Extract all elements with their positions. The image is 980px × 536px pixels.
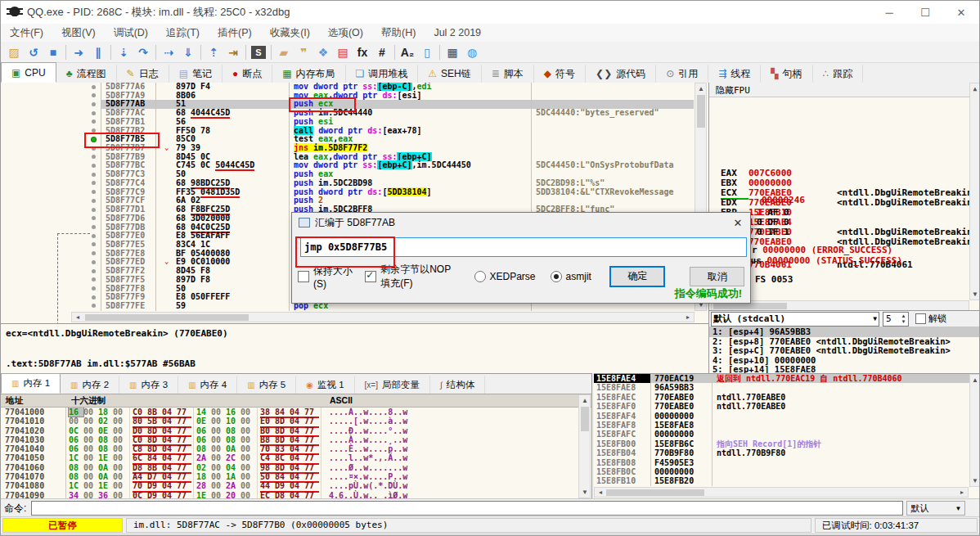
tab-引用[interactable]: ⊙引用 (656, 65, 708, 83)
keep-size-checkbox[interactable] (298, 271, 309, 282)
dump-address[interactable]: 77041060 (1, 463, 66, 472)
tab-跟踪[interactable]: ∴跟踪 (813, 65, 864, 83)
row-dot-icon[interactable] (92, 269, 96, 273)
tab-线程[interactable]: ⇶线程 (708, 65, 761, 83)
tab-局部变量[interactable]: [x=]局部变量 (355, 376, 430, 394)
stack-value[interactable]: 770EABE0 (650, 393, 712, 402)
row-dot-icon[interactable] (92, 286, 96, 291)
dump-row[interactable]: 7704106008000A00D88B047702000400988D0477… (1, 463, 591, 472)
tab-句柄[interactable]: ▚句柄 (761, 65, 812, 83)
tab-符号[interactable]: ◆符号 (534, 65, 586, 83)
tab-内存 5[interactable]: ▥内存 5 (237, 376, 296, 394)
stack-pane[interactable]: 15E8FAE4770EAC19返回到 ntdll.770EAC19 自 ntd… (594, 373, 980, 498)
step-down-icon[interactable]: ⇓ (178, 43, 198, 61)
disasm-address[interactable]: 5D8F77F5 (101, 276, 156, 285)
tab-源代码[interactable]: ❮❯源代码 (586, 65, 656, 83)
stack-vscrollbar[interactable]: ▲ ▼ (969, 374, 980, 487)
dump-address[interactable]: 77041010 (1, 417, 66, 426)
stack-row[interactable]: 15E8FAE896A59BB3 (594, 383, 980, 392)
tab-内存 1[interactable]: ▥内存 1 (1, 373, 61, 394)
row-dot-icon[interactable] (92, 173, 96, 177)
tab-脚本[interactable]: ≣脚本 (482, 65, 534, 83)
stack-value[interactable]: 00000000 (650, 467, 712, 476)
dump-row[interactable]: 7704103006000800C08D047706000800B88D0477… (1, 435, 591, 444)
row-dot-icon[interactable] (92, 251, 96, 255)
restart-icon[interactable]: ↺ (24, 43, 43, 61)
xedparse-radio[interactable] (474, 271, 486, 282)
dump-address[interactable]: 77041040 (1, 444, 66, 453)
stack-row[interactable]: 15E8FAFC00000000 (594, 430, 980, 439)
tab-调用堆栈[interactable]: ❏调用堆栈 (346, 65, 419, 83)
ordinal-icon[interactable]: # (372, 43, 392, 61)
stack-value[interactable]: 15E8FB6C (650, 439, 712, 448)
stack-row[interactable]: 15E8FB1015E8FB20 (594, 476, 980, 485)
stack-value[interactable]: 770B9F80 (650, 448, 712, 457)
bookmark-icon[interactable]: ▤ (333, 43, 353, 61)
argument-row[interactable]: 3: [esp+C] 770EABE0 <ntdll.DbgUiRemoteBr… (709, 346, 980, 356)
arg-count-stepper[interactable]: 5▲▼ (883, 312, 909, 327)
unlock-checkbox[interactable] (915, 313, 926, 324)
stack-value[interactable]: 15E8FAE8 (650, 421, 712, 430)
tab-监视 1[interactable]: ◉监视 1 (296, 376, 354, 394)
stack-address[interactable]: 15E8FB00 (594, 439, 650, 448)
row-dot-icon[interactable] (92, 190, 96, 194)
tab-CPU[interactable]: ▣CPU (1, 62, 56, 83)
row-dot-icon[interactable] (92, 181, 96, 185)
step-out-icon[interactable]: ⇡ (204, 43, 223, 61)
dump-address[interactable]: 77041020 (1, 426, 66, 435)
ok-button[interactable]: 确定 (609, 266, 666, 287)
tab-SEH链[interactable]: ⚠SEH链 (418, 65, 481, 83)
stack-address[interactable]: 15E8FB0C (594, 467, 650, 476)
dump-row[interactable]: 770410501C001E006C8404772A002C00C48C0477… (1, 453, 591, 462)
stack-address[interactable]: 15E8FB04 (594, 448, 650, 457)
step-into-icon[interactable]: ⇣ (114, 43, 133, 61)
row-dot-icon[interactable] (92, 199, 96, 203)
row-dot-icon[interactable] (92, 295, 96, 300)
stack-row[interactable]: 15E8FAEC770EABE0ntdll.770EABE0 (594, 393, 980, 402)
stack-hscrollbar[interactable]: ◂ ▸ (594, 487, 969, 498)
stack-address[interactable]: 15E8FAE8 (594, 383, 650, 392)
stack-value[interactable]: F45905E3 (650, 458, 712, 467)
modules-icon[interactable]: ▯ (417, 43, 437, 61)
tab-流程图[interactable]: ♣流程图 (56, 65, 117, 83)
calling-convention-dropdown[interactable]: 默认 (stdcall)▼ (711, 312, 879, 327)
menu-item[interactable]: 选项(O) (319, 26, 372, 40)
stack-row[interactable]: 15E8FAF0770EABE0ntdll.770EABE0 (594, 402, 980, 411)
dump-row[interactable]: 770410801C001E0070D9047728002A0044D90477… (1, 481, 591, 490)
argument-row[interactable]: 2: [esp+8] 770EABE0 <ntdll.DbgUiRemoteBr… (709, 337, 980, 347)
command-input[interactable] (31, 501, 903, 516)
memory-dump-pane[interactable]: ▥内存 1▥内存 2▥内存 3▥内存 4▥内存 5◉监视 1[x=]局部变量∫结… (1, 373, 592, 498)
preferences-globe-icon[interactable]: ◍ (462, 43, 482, 61)
menu-item[interactable]: 视图(V) (52, 26, 105, 40)
cancel-button[interactable]: 取消 (690, 267, 744, 286)
menu-item[interactable]: 调试(D) (105, 26, 157, 40)
maximize-button[interactable]: ☐ (907, 2, 943, 24)
fill-nop-checkbox[interactable] (365, 271, 376, 282)
assemble-instruction-input[interactable] (300, 237, 747, 257)
dump-address[interactable]: 77041050 (1, 453, 66, 462)
stack-value[interactable]: 00000000 (650, 412, 712, 421)
tab-断点[interactable]: ●断点 (223, 65, 272, 83)
row-dot-icon[interactable] (92, 93, 96, 97)
row-dot-icon[interactable] (92, 277, 96, 282)
dump-address[interactable]: 77041030 (1, 435, 66, 444)
disasm-address[interactable]: 5D8F77B1 (101, 118, 156, 127)
stack-address[interactable]: 15E8FAF4 (594, 412, 650, 421)
row-dot-icon[interactable] (92, 111, 96, 115)
calculator-icon[interactable]: ▦ (443, 43, 462, 61)
stack-address[interactable]: 15E8FAEC (594, 393, 650, 402)
stack-address[interactable]: 15E8FB08 (594, 458, 650, 467)
dump-col-address[interactable]: 地址 (6, 395, 23, 407)
tab-内存布局[interactable]: ▦内存布局 (272, 65, 345, 83)
registers-vscrollbar[interactable]: ▲ ▼ (969, 83, 980, 300)
row-dot-icon[interactable] (92, 128, 96, 133)
tab-内存 2[interactable]: ▥内存 2 (61, 376, 119, 394)
stack-value[interactable]: 15E8FB20 (650, 476, 712, 485)
stack-address[interactable]: 15E8FAE4 (594, 374, 650, 383)
disasm-address[interactable]: 5D8F77FE (101, 302, 156, 311)
stack-row[interactable]: 15E8FB0C00000000 (594, 467, 980, 476)
tab-日志[interactable]: ✎日志 (117, 65, 169, 83)
stack-value[interactable]: 96A59BB3 (650, 383, 712, 392)
run-to-selection-icon[interactable]: ⇢ (159, 43, 178, 61)
minimize-button[interactable]: ─ (871, 2, 907, 24)
